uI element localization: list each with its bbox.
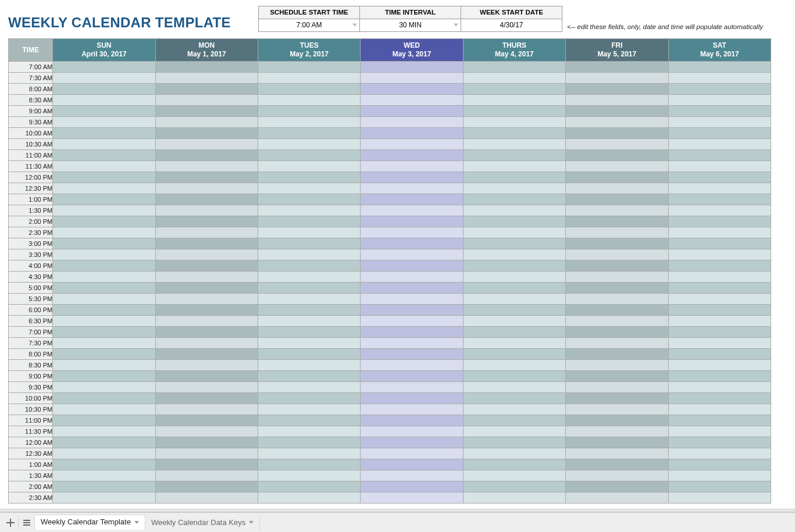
schedule-cell[interactable] — [155, 459, 258, 470]
schedule-cell[interactable] — [155, 382, 258, 393]
schedule-cell[interactable] — [463, 183, 565, 194]
schedule-cell[interactable] — [53, 194, 155, 205]
schedule-cell[interactable] — [361, 481, 463, 492]
schedule-cell[interactable] — [463, 238, 565, 249]
schedule-cell[interactable] — [53, 415, 155, 426]
schedule-cell[interactable] — [53, 128, 155, 139]
schedule-cell[interactable] — [258, 183, 360, 194]
schedule-cell[interactable] — [566, 106, 668, 117]
schedule-cell[interactable] — [258, 371, 360, 382]
schedule-cell[interactable] — [53, 327, 155, 338]
schedule-cell[interactable] — [668, 95, 771, 106]
schedule-cell[interactable] — [566, 205, 668, 216]
schedule-cell[interactable] — [566, 172, 668, 183]
schedule-cell[interactable] — [155, 360, 258, 371]
schedule-cell[interactable] — [463, 448, 565, 459]
schedule-cell[interactable] — [668, 316, 771, 327]
schedule-cell[interactable] — [361, 106, 463, 117]
schedule-cell[interactable] — [258, 426, 360, 437]
schedule-cell[interactable] — [668, 404, 771, 415]
schedule-cell[interactable] — [463, 272, 565, 283]
schedule-cell[interactable] — [53, 272, 155, 283]
schedule-cell[interactable] — [463, 227, 565, 238]
schedule-cell[interactable] — [155, 183, 258, 194]
schedule-cell[interactable] — [53, 183, 155, 194]
schedule-cell[interactable] — [361, 150, 463, 161]
schedule-cell[interactable] — [361, 205, 463, 216]
schedule-cell[interactable] — [566, 194, 668, 205]
schedule-cell[interactable] — [566, 238, 668, 249]
schedule-cell[interactable] — [361, 305, 463, 316]
schedule-cell[interactable] — [155, 393, 258, 404]
schedule-cell[interactable] — [155, 194, 258, 205]
schedule-cell[interactable] — [361, 128, 463, 139]
schedule-cell[interactable] — [566, 294, 668, 305]
schedule-cell[interactable] — [463, 139, 565, 150]
schedule-cell[interactable] — [668, 73, 771, 84]
schedule-cell[interactable] — [463, 216, 565, 227]
schedule-cell[interactable] — [361, 272, 463, 283]
schedule-cell[interactable] — [668, 492, 771, 504]
schedule-cell[interactable] — [258, 492, 360, 504]
schedule-cell[interactable] — [258, 117, 360, 128]
schedule-cell[interactable] — [361, 172, 463, 183]
schedule-cell[interactable] — [463, 426, 565, 437]
schedule-cell[interactable] — [155, 437, 258, 448]
schedule-cell[interactable] — [155, 216, 258, 227]
schedule-cell[interactable] — [361, 382, 463, 393]
schedule-cell[interactable] — [155, 95, 258, 106]
schedule-cell[interactable] — [155, 117, 258, 128]
schedule-cell[interactable] — [53, 227, 155, 238]
schedule-cell[interactable] — [53, 172, 155, 183]
schedule-cell[interactable] — [258, 459, 360, 470]
schedule-cell[interactable] — [566, 415, 668, 426]
schedule-cell[interactable] — [258, 404, 360, 415]
schedule-cell[interactable] — [155, 161, 258, 172]
schedule-cell[interactable] — [258, 283, 360, 294]
schedule-cell[interactable] — [53, 106, 155, 117]
all-sheets-button[interactable] — [19, 515, 35, 530]
schedule-cell[interactable] — [258, 470, 360, 481]
schedule-cell[interactable] — [53, 249, 155, 260]
schedule-cell[interactable] — [361, 194, 463, 205]
schedule-cell[interactable] — [361, 216, 463, 227]
schedule-cell[interactable] — [258, 194, 360, 205]
schedule-cell[interactable] — [668, 205, 771, 216]
schedule-cell[interactable] — [668, 360, 771, 371]
schedule-cell[interactable] — [155, 294, 258, 305]
schedule-cell[interactable] — [668, 117, 771, 128]
schedule-cell[interactable] — [258, 150, 360, 161]
schedule-cell[interactable] — [463, 73, 565, 84]
schedule-cell[interactable] — [361, 183, 463, 194]
schedule-cell[interactable] — [566, 227, 668, 238]
schedule-cell[interactable] — [155, 238, 258, 249]
schedule-cell[interactable] — [566, 437, 668, 448]
schedule-cell[interactable] — [566, 95, 668, 106]
schedule-cell[interactable] — [566, 117, 668, 128]
schedule-cell[interactable] — [668, 183, 771, 194]
schedule-cell[interactable] — [155, 470, 258, 481]
schedule-cell[interactable] — [155, 371, 258, 382]
schedule-cell[interactable] — [258, 272, 360, 283]
schedule-cell[interactable] — [258, 393, 360, 404]
schedule-cell[interactable] — [155, 128, 258, 139]
schedule-cell[interactable] — [258, 249, 360, 260]
schedule-cell[interactable] — [668, 128, 771, 139]
schedule-cell[interactable] — [463, 316, 565, 327]
schedule-cell[interactable] — [53, 260, 155, 272]
schedule-cell[interactable] — [463, 404, 565, 415]
schedule-cell[interactable] — [566, 84, 668, 95]
schedule-cell[interactable] — [361, 371, 463, 382]
schedule-cell[interactable] — [463, 349, 565, 360]
schedule-cell[interactable] — [258, 161, 360, 172]
schedule-cell[interactable] — [258, 139, 360, 150]
schedule-cell[interactable] — [566, 73, 668, 84]
schedule-cell[interactable] — [463, 260, 565, 272]
schedule-cell[interactable] — [53, 294, 155, 305]
schedule-cell[interactable] — [668, 139, 771, 150]
schedule-cell[interactable] — [668, 393, 771, 404]
schedule-cell[interactable] — [668, 238, 771, 249]
schedule-cell[interactable] — [155, 404, 258, 415]
schedule-cell[interactable] — [668, 470, 771, 481]
schedule-cell[interactable] — [155, 205, 258, 216]
